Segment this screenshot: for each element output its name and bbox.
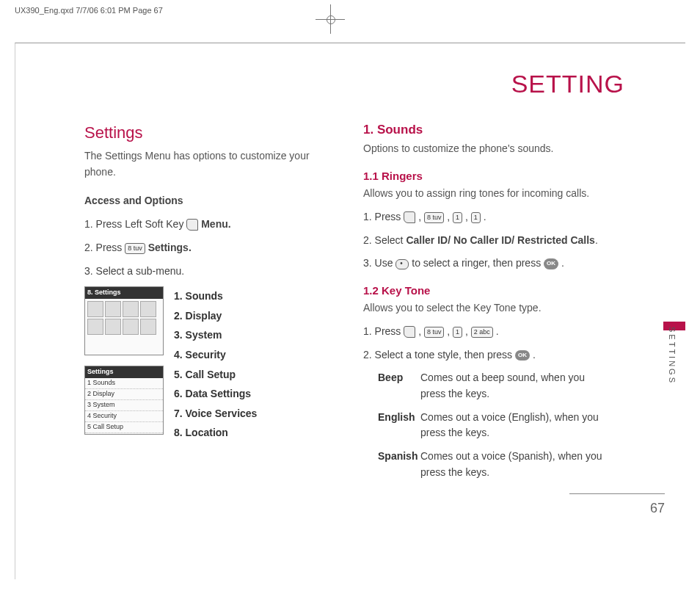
tone-row: English Comes out a voice (English), whe…	[378, 410, 613, 441]
sounds-heading: 1. Sounds	[363, 120, 613, 140]
page-number: 67	[650, 501, 665, 516]
tone-desc: Comes out a voice (Spanish), when you pr…	[420, 449, 613, 480]
phone-screen-grid: 8. Settings	[84, 286, 164, 355]
sounds-desc: Options to customize the phone's sounds.	[363, 141, 613, 157]
tone-desc: Comes out a beep sound, when you press t…	[420, 370, 613, 402]
tone-table: Beep Comes out a beep sound, when you pr…	[378, 370, 613, 480]
step-text: .	[561, 257, 564, 269]
right-column: 1. Sounds Options to customize the phone…	[363, 120, 664, 488]
tone-label: English	[378, 410, 420, 441]
step-text: 2. Press	[84, 242, 125, 253]
submenu-block: 8. Settings Settings 1 Sounds 2 Display …	[84, 286, 334, 445]
submenu-item: 4. Security	[174, 345, 257, 365]
step-text: 1. Press	[363, 211, 404, 222]
phone-screens: 8. Settings Settings 1 Sounds 2 Display …	[84, 286, 164, 445]
screen-title: 8. Settings	[85, 287, 163, 299]
settings-intro: The Settings Menu has options to customi…	[84, 148, 334, 180]
submenu-list: 1. Sounds 2. Display 3. System 4. Securi…	[174, 286, 257, 445]
page-content: SETTING Settings The Settings Menu has o…	[84, 70, 664, 488]
tone-row: Spanish Comes out a voice (Spanish), whe…	[378, 449, 613, 480]
access-heading: Access and Options	[84, 193, 334, 209]
print-header: UX390_Eng.qxd 7/7/06 6:01 PM Page 67	[15, 6, 163, 15]
step-text: 3. Use	[363, 257, 395, 269]
step-text: 2. Select a tone style, then press	[363, 349, 515, 361]
side-tab-label: SETTINGS	[668, 327, 677, 385]
ringers-step-3: 3. Use to select a ringer, then press OK…	[363, 256, 613, 272]
key-8-icon: 8 tuv	[125, 243, 145, 254]
step-text: .	[533, 349, 536, 361]
section-title: SETTING	[84, 70, 624, 98]
step-bold: Caller ID/ No Caller ID/ Restricted Call…	[406, 234, 595, 246]
crop-mark-icon	[316, 4, 345, 34]
key-icon: 2 abc	[471, 327, 493, 338]
submenu-item: 8. Location	[174, 423, 257, 443]
keytone-step-2: 2. Select a tone style, then press OK .	[363, 347, 613, 363]
submenu-item: 6. Data Settings	[174, 384, 257, 404]
step-1: 1. Press Left Soft Key Menu.	[84, 217, 334, 233]
submenu-item: 7. Voice Services	[174, 404, 257, 424]
key-icon: 1	[471, 212, 481, 223]
ok-icon: OK	[515, 350, 530, 361]
screen-list-item: 5 Call Setup	[85, 422, 163, 433]
screen-list-item: 1 Sounds	[85, 378, 163, 389]
step-text: 1. Press Left Soft Key	[84, 218, 186, 230]
softkey-icon	[404, 326, 415, 338]
tone-desc: Comes out a voice (English), when you pr…	[420, 410, 613, 441]
submenu-item: 3. System	[174, 325, 257, 345]
step-3: 3. Select a sub-menu.	[84, 264, 334, 280]
ok-icon: OK	[544, 258, 558, 269]
softkey-icon	[404, 211, 415, 223]
ringers-step-1: 1. Press , 8 tuv , 1 , 1 .	[363, 209, 613, 225]
key-icon: 8 tuv	[424, 212, 445, 223]
menu-label: Menu.	[201, 218, 230, 230]
settings-label: Settings.	[148, 242, 192, 253]
tone-label: Beep	[378, 370, 420, 402]
nav-icon	[395, 259, 409, 269]
tone-label: Spanish	[378, 449, 420, 480]
step-text: 2. Select	[363, 234, 406, 246]
ringers-step-2: 2. Select Caller ID/ No Caller ID/ Restr…	[363, 233, 613, 249]
key-icon: 8 tuv	[424, 327, 445, 338]
submenu-item: 5. Call Setup	[174, 365, 257, 385]
submenu-item: 1. Sounds	[174, 286, 257, 306]
keytone-desc: Allows you to select the Key Tone type.	[363, 300, 613, 316]
screen-title: Settings	[85, 366, 163, 378]
step-text: to select a ringer, then press	[412, 257, 544, 269]
screen-list-item: 2 Display	[85, 389, 163, 400]
screen-list-item: 4 Security	[85, 411, 163, 422]
key-icon: 1	[453, 327, 462, 338]
submenu-item: 2. Display	[174, 306, 257, 326]
left-column: Settings The Settings Menu has options t…	[84, 120, 334, 488]
step-text: .	[595, 234, 598, 246]
step-text: 1. Press	[363, 325, 404, 337]
keytone-heading: 1.2 Key Tone	[363, 282, 613, 299]
tone-row: Beep Comes out a beep sound, when you pr…	[378, 370, 613, 402]
keytone-step-1: 1. Press , 8 tuv , 1 , 2 abc .	[363, 324, 613, 340]
softkey-icon	[186, 219, 198, 231]
phone-screen-list: Settings 1 Sounds 2 Display 3 System 4 S…	[84, 366, 164, 435]
step-2: 2. Press 8 tuv Settings.	[84, 240, 334, 256]
screen-list-item: 3 System	[85, 400, 163, 411]
ringers-heading: 1.1 Ringers	[363, 167, 613, 184]
settings-heading: Settings	[84, 120, 334, 145]
ringers-desc: Allows you to assign ring tones for inco…	[363, 186, 613, 202]
key-icon: 1	[453, 212, 462, 223]
page-num-line	[569, 493, 665, 494]
